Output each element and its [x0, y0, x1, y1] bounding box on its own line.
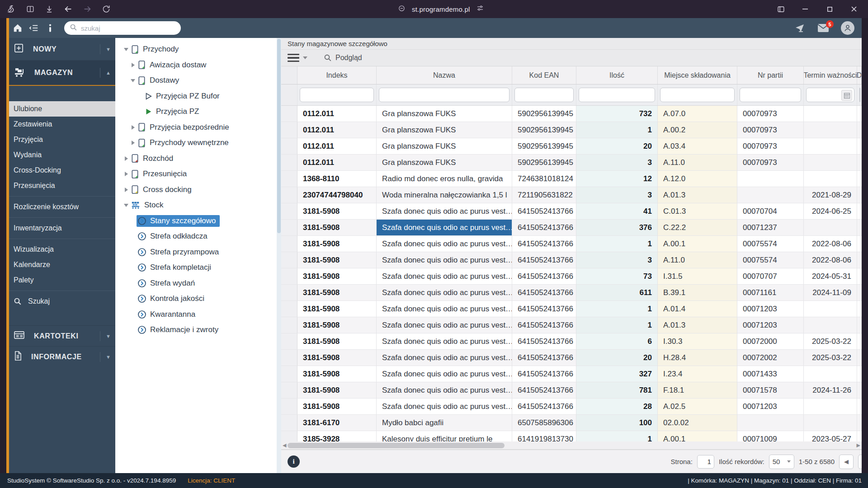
tree-item-kwarantanna[interactable]: Kwarantanna	[115, 307, 277, 323]
cell-miejsce[interactable]: A.07.0	[658, 106, 737, 122]
cell-partial[interactable]	[857, 268, 862, 284]
filter-input-ean[interactable]	[514, 88, 574, 102]
records-per-page-select[interactable]: 50	[769, 455, 794, 469]
table-row[interactable]: 0112.011Gra planszowa FUKS59029561399453…	[281, 155, 862, 171]
cell-termin[interactable]	[804, 155, 857, 170]
cell-termin[interactable]	[804, 366, 857, 382]
cell-handle[interactable]	[281, 431, 297, 441]
cell-ilosc[interactable]: 1	[576, 431, 658, 441]
info-button[interactable]: i	[288, 455, 300, 468]
cell-indeks[interactable]: 3181-5908	[297, 285, 377, 300]
cell-ean[interactable]: 6415052413766	[512, 252, 576, 268]
cell-partia[interactable]: 00072002	[737, 350, 804, 366]
cell-ean[interactable]: 6507585896306	[512, 415, 576, 431]
cell-termin[interactable]: 2024-06-25	[804, 203, 857, 219]
tree-expand-right-icon[interactable]	[123, 188, 130, 192]
cell-nazwa[interactable]: Szafa donec quis odio ac purus vest…	[377, 382, 512, 398]
cell-nazwa[interactable]: Szafa donec quis odio ac purus vest…	[377, 366, 512, 382]
cell-termin[interactable]: 2025-03-22	[804, 333, 857, 349]
cell-partia[interactable]: 00070973	[737, 122, 804, 138]
cell-partial[interactable]	[857, 106, 862, 122]
tree-item-strefa-przyrampowa[interactable]: Strefa przyrampowa	[115, 244, 277, 260]
tree-expand-down-icon[interactable]	[129, 79, 137, 82]
cell-nazwa[interactable]: Szafa donec quis odio ac purus vest…	[377, 285, 512, 300]
cell-termin[interactable]: 2022-08-06	[804, 236, 857, 252]
cell-partial[interactable]	[857, 138, 862, 154]
tree-expand-right-icon[interactable]	[123, 172, 130, 176]
cell-ilosc[interactable]: 73	[576, 268, 658, 284]
cell-partia[interactable]: 00070973	[737, 155, 804, 170]
cell-ean[interactable]: 6415052413766	[512, 203, 576, 219]
cell-ilosc[interactable]: 20	[576, 350, 658, 366]
cell-indeks[interactable]: 1368-8110	[297, 171, 377, 187]
table-row[interactable]: 3181-5908Szafa donec quis odio ac purus …	[281, 236, 862, 252]
cell-partial[interactable]	[857, 155, 862, 170]
cell-partial[interactable]	[857, 431, 862, 441]
cell-nazwa[interactable]: Gra planszowa FUKS	[377, 122, 512, 138]
cell-ean[interactable]: 6415052413766	[512, 268, 576, 284]
tree-item-przyjęcia-pz[interactable]: Przyjęcia PZ	[115, 104, 277, 120]
cell-handle[interactable]	[281, 382, 297, 398]
cell-indeks[interactable]: 3181-5908	[297, 350, 377, 366]
cell-indeks[interactable]: 3181-5908	[297, 399, 377, 414]
cell-partia[interactable]: 00075574	[737, 236, 804, 252]
table-row[interactable]: 3181-5908Szafa donec quis odio ac purus …	[281, 366, 862, 382]
tree-item-strefa-kompletacji[interactable]: Strefa kompletacji	[115, 260, 277, 276]
column-header-termin[interactable]: Termin ważności	[804, 66, 857, 84]
cell-ean[interactable]: 5902956139945	[512, 106, 576, 122]
table-row[interactable]: 0112.011Gra planszowa FUKS59029561399457…	[281, 106, 862, 122]
table-row[interactable]: 0112.011Gra planszowa FUKS59029561399451…	[281, 122, 862, 138]
table-row[interactable]: 3181-5908Szafa donec quis odio ac purus …	[281, 317, 862, 333]
site-info-icon[interactable]	[398, 5, 406, 14]
cell-nazwa[interactable]: Kalesony duis efficitur pretium le	[377, 431, 512, 441]
cell-indeks[interactable]: 3181-5908	[297, 203, 377, 219]
sidebar-item-przesuni-cia[interactable]: Przesunięcia	[9, 178, 115, 193]
next-page-button[interactable]: ▶	[858, 455, 862, 469]
sidebar-item-wydania[interactable]: Wydania	[9, 147, 115, 163]
grid-menu-caret-icon[interactable]	[303, 56, 307, 59]
cell-termin[interactable]	[804, 415, 857, 431]
sidebar-item-zestawienia[interactable]: Zestawienia	[9, 117, 115, 132]
column-header-partial[interactable]: D	[857, 66, 862, 84]
cell-termin[interactable]: 2022-08-06	[804, 252, 857, 268]
calendar-icon[interactable]	[841, 90, 852, 101]
cell-termin[interactable]	[804, 171, 857, 187]
search-input[interactable]	[81, 24, 175, 32]
cell-miejsce[interactable]: 02.0.02	[658, 415, 737, 431]
send-icon[interactable]	[794, 22, 806, 34]
tree-expand-right-icon[interactable]	[123, 156, 130, 161]
page-input[interactable]	[697, 455, 714, 469]
column-header-ilosc[interactable]: Ilość	[576, 66, 658, 84]
cell-indeks[interactable]: 3181-5908	[297, 301, 377, 317]
cell-partia[interactable]	[737, 187, 804, 203]
cell-handle[interactable]	[281, 415, 297, 431]
cell-partial[interactable]	[857, 317, 862, 333]
cell-nazwa[interactable]: Szafa donec quis odio ac purus vest…	[377, 301, 512, 317]
cell-handle[interactable]	[281, 106, 297, 122]
cell-ean[interactable]: 7211905631822	[512, 187, 576, 203]
reload-icon[interactable]	[100, 3, 112, 15]
cell-ilosc[interactable]: 376	[576, 220, 658, 235]
cell-partia[interactable]	[737, 171, 804, 187]
cell-partia[interactable]: 00071161	[737, 285, 804, 300]
cell-ilosc[interactable]: 6	[576, 333, 658, 349]
cell-ean[interactable]: 5902956139945	[512, 138, 576, 154]
sidebar-item-kalendarze[interactable]: Kalendarze	[9, 257, 115, 272]
cell-ean[interactable]: 6415052413766	[512, 366, 576, 382]
table-row[interactable]: 3181-5908Szafa donec quis odio ac purus …	[281, 268, 862, 285]
cell-partial[interactable]	[857, 171, 862, 187]
cell-nazwa[interactable]: Mydło babci agafii	[377, 415, 512, 431]
column-header-partia[interactable]: Nr partii	[737, 66, 804, 84]
cell-miejsce[interactable]: I.30.3	[658, 333, 737, 349]
horizontal-scrollbar[interactable]: ◀ ▶	[281, 441, 862, 450]
cell-partial[interactable]	[857, 203, 862, 219]
cell-handle[interactable]	[281, 220, 297, 235]
cell-nazwa[interactable]: Szafa donec quis odio ac purus vest…	[377, 399, 512, 414]
cell-handle[interactable]	[281, 236, 297, 252]
cell-indeks[interactable]: 3181-5908	[297, 252, 377, 268]
tree-item-strefa-odkładcza[interactable]: Strefa odkładcza	[115, 229, 277, 244]
cell-handle[interactable]	[281, 155, 297, 170]
cell-miejsce[interactable]: A.00.1	[658, 431, 737, 441]
cell-indeks[interactable]: 3181-5908	[297, 317, 377, 333]
cell-indeks[interactable]: 3181-5908	[297, 382, 377, 398]
